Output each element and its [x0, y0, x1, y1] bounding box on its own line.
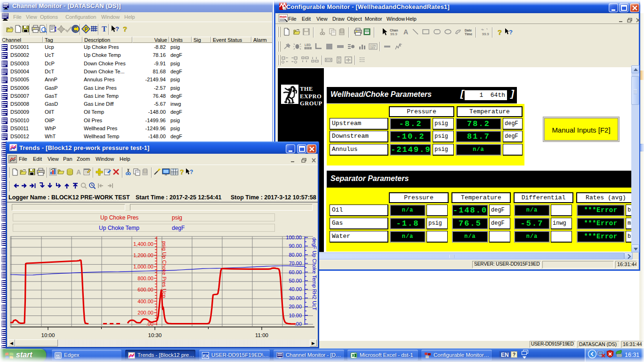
svg-text:P: P [85, 27, 88, 32]
svg-text:Time: Time [465, 32, 472, 36]
svg-text:?: ? [190, 169, 193, 175]
svg-text:400.00: 400.00 [137, 299, 153, 304]
svg-text:100.00: 100.00 [286, 235, 302, 240]
svg-text:?: ? [180, 168, 184, 176]
svg-text:Date: Date [465, 29, 472, 32]
svg-text:.00: .00 [146, 321, 153, 327]
svg-text:60.00: 60.00 [289, 269, 302, 275]
svg-text:90.00: 90.00 [289, 243, 302, 249]
svg-text:?: ? [498, 28, 502, 36]
svg-text:A: A [76, 168, 81, 176]
svg-text:99.9: 99.9 [390, 32, 397, 36]
svg-text:?: ? [115, 25, 119, 32]
svg-text:10:00: 10:00 [41, 332, 55, 338]
svg-text:A: A [403, 28, 408, 36]
svg-text:?: ? [123, 25, 127, 33]
svg-text:psig Up Choke Pres Ucp: psig Up Choke Pres Ucp [161, 241, 167, 298]
svg-text:T: T [102, 25, 107, 33]
svg-text:1,400.00: 1,400.00 [133, 241, 153, 247]
svg-text:200.00: 200.00 [137, 310, 153, 315]
svg-text:mon: mon [280, 15, 287, 18]
svg-text:10.00: 10.00 [289, 313, 302, 318]
svg-text:LED: LED [305, 43, 311, 47]
svg-text:OFF: OFF [370, 47, 376, 49]
svg-text:70.00: 70.00 [289, 260, 302, 266]
svg-text:.00: .00 [295, 321, 302, 327]
svg-text:50.00: 50.00 [289, 278, 302, 283]
svg-text:80.00: 80.00 [289, 252, 302, 258]
svg-text:1,000.00: 1,000.00 [133, 264, 153, 269]
svg-text:30.00: 30.00 [289, 295, 302, 301]
svg-text:800.00: 800.00 [137, 275, 153, 281]
svg-text:Chan: Chan [390, 29, 398, 32]
svg-text:40.00: 40.00 [289, 286, 302, 292]
svg-text:20.00: 20.00 [289, 304, 302, 309]
svg-text:600.00: 600.00 [137, 287, 153, 292]
svg-text:?: ? [509, 29, 513, 36]
svg-text:99.9: 99.9 [482, 32, 489, 36]
svg-text:1,200.00: 1,200.00 [133, 252, 153, 258]
svg-text:degF Up Choke Temp RH2 UcT: degF Up Choke Temp RH2 UcT [312, 237, 317, 310]
svg-text:11:00: 11:00 [255, 332, 268, 338]
svg-text:10:30: 10:30 [148, 332, 162, 338]
